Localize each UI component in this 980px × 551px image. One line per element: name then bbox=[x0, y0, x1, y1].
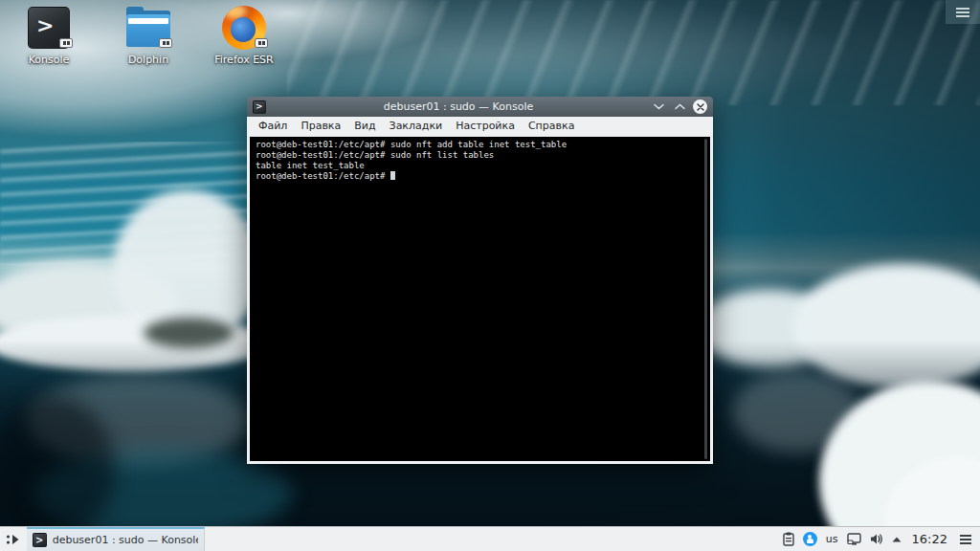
window-menubar: Файл Правка Вид Закладки Настройка Справ… bbox=[247, 117, 713, 137]
konsole-icon: > bbox=[33, 533, 47, 547]
desktop-icon-dolphin[interactable]: Dolphin bbox=[107, 6, 189, 66]
shortcut-emblem-icon bbox=[59, 38, 73, 48]
terminal-line: root@deb-test01:/etc/apt# sudo nft list … bbox=[256, 150, 494, 160]
keyboard-layout-indicator[interactable]: us bbox=[826, 533, 838, 545]
desktop-icon-label: Konsole bbox=[29, 54, 70, 66]
desktop: > Konsole Dolphin Firefox ESR > bbox=[0, 0, 980, 551]
menu-bookmarks[interactable]: Закладки bbox=[383, 117, 450, 136]
window-titlebar[interactable]: > debuser01 : sudo — Konsole bbox=[247, 97, 713, 117]
menu-settings[interactable]: Настройка bbox=[449, 117, 522, 136]
app-launcher-button[interactable] bbox=[0, 527, 27, 551]
display-icon[interactable] bbox=[847, 533, 861, 546]
shortcut-emblem-icon bbox=[159, 38, 172, 48]
desktop-icon-label: Dolphin bbox=[128, 54, 168, 66]
terminal-line: table inet test_table bbox=[256, 161, 365, 170]
clipboard-icon[interactable] bbox=[783, 532, 794, 546]
menu-file[interactable]: Файл bbox=[252, 117, 294, 136]
shortcut-emblem-icon bbox=[255, 38, 268, 48]
minimize-button[interactable] bbox=[651, 99, 666, 115]
desktop-icon-label: Firefox ESR bbox=[214, 54, 273, 66]
konsole-window: > debuser01 : sudo — Konsole Файл П bbox=[247, 97, 713, 464]
accessibility-icon[interactable] bbox=[803, 532, 817, 546]
terminal-line: root@deb-test01:/etc/apt# sudo nft add t… bbox=[256, 140, 567, 149]
menu-help[interactable]: Справка bbox=[522, 117, 581, 136]
menu-edit[interactable]: Правка bbox=[294, 117, 347, 136]
hamburger-icon bbox=[960, 542, 971, 544]
system-tray: us 16:22 bbox=[783, 527, 980, 551]
hamburger-icon bbox=[956, 11, 969, 13]
window-title: debuser01 : sudo — Konsole bbox=[272, 100, 645, 113]
desktop-icon-konsole[interactable]: > Konsole bbox=[8, 6, 90, 66]
hamburger-icon bbox=[960, 535, 971, 537]
taskbar-task-konsole[interactable]: > debuser01 : sudo — Konsole bbox=[27, 527, 205, 551]
menu-view[interactable]: Вид bbox=[347, 117, 382, 136]
clock[interactable]: 16:22 bbox=[910, 532, 949, 546]
expand-arrow-icon[interactable] bbox=[892, 537, 902, 542]
terminal-cursor bbox=[390, 171, 395, 180]
hamburger-icon bbox=[956, 8, 969, 10]
window-frame: root@deb-test01:/etc/apt# sudo nft add t… bbox=[247, 137, 713, 464]
panel-menu-button[interactable] bbox=[958, 533, 973, 546]
terminal-line: root@deb-test01:/etc/apt# bbox=[256, 171, 390, 181]
terminal-scrollbar[interactable] bbox=[704, 139, 707, 459]
desktop-icon-firefox[interactable]: Firefox ESR bbox=[203, 6, 285, 66]
close-button[interactable] bbox=[693, 99, 707, 114]
close-x-icon bbox=[697, 103, 704, 111]
desktop-toolbox-button[interactable] bbox=[946, 0, 980, 24]
chevron-down-icon bbox=[654, 103, 664, 110]
taskbar: > debuser01 : sudo — Konsole us bbox=[0, 526, 980, 551]
volume-icon[interactable] bbox=[870, 533, 883, 545]
terminal-view[interactable]: root@deb-test01:/etc/apt# sudo nft add t… bbox=[250, 137, 710, 461]
chevron-up-icon bbox=[675, 103, 685, 110]
hamburger-icon bbox=[956, 15, 969, 17]
hamburger-icon bbox=[960, 539, 971, 540]
wallpaper-clouds bbox=[287, 0, 980, 105]
maximize-button[interactable] bbox=[672, 99, 687, 115]
konsole-icon: > bbox=[253, 100, 266, 114]
taskbar-spacer bbox=[205, 527, 783, 551]
task-label: debuser01 : sudo — Konsole bbox=[53, 534, 198, 546]
app-launcher-icon bbox=[6, 533, 22, 546]
